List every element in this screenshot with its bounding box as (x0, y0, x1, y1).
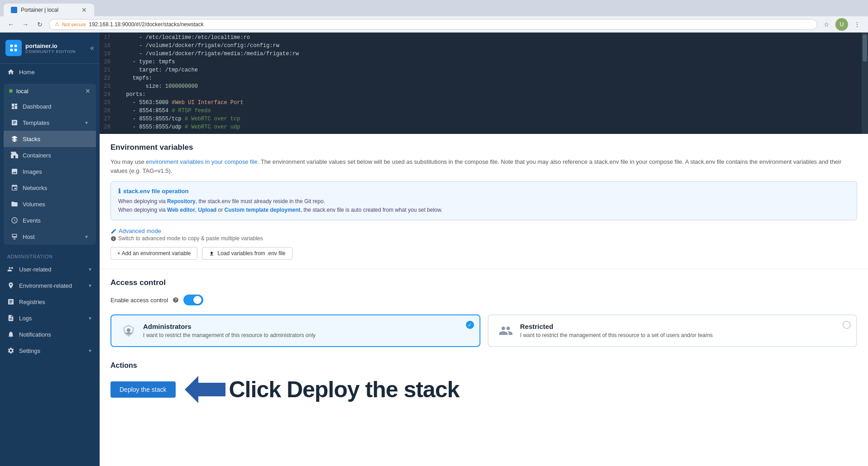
deploy-area: Deploy the stack Click Deploy the stack (110, 376, 857, 403)
code-line-21: 21 target: /tmp/cache (100, 67, 868, 75)
images-icon (11, 168, 18, 175)
images-label: Images (23, 168, 42, 175)
menu-button[interactable]: ⋮ (852, 19, 863, 30)
sidebar-header: portainer.io COMMUNITY EDITION « (0, 33, 100, 64)
line-num-25: 25 (100, 100, 116, 106)
sidebar-item-volumes[interactable]: Volumes (4, 196, 96, 212)
env-close-button[interactable]: ✕ (85, 87, 91, 95)
forward-button[interactable]: → (20, 19, 31, 30)
svg-marker-5 (185, 376, 225, 403)
env-link[interactable]: environment variables in your compose fi… (146, 158, 257, 165)
not-secure-label: Not secure (62, 22, 86, 27)
sidebar-logo: portainer.io COMMUNITY EDITION (5, 40, 76, 56)
code-editor: 17 - /etc/localtime:/etc/localtime:ro 18… (100, 33, 868, 134)
code-line-23: 23 size: 1000000000 (100, 83, 868, 91)
upload-link[interactable]: Upload (198, 207, 217, 213)
sidebar-item-notifications[interactable]: Notifications (0, 326, 100, 342)
sidebar-item-networks[interactable]: Networks (4, 180, 96, 196)
networks-label: Networks (23, 185, 47, 191)
code-line-28: 28 - 8555:8555/udp # WebRTC over udp (100, 124, 868, 132)
volumes-icon (11, 200, 18, 208)
line-num-27: 27 (100, 116, 116, 122)
restricted-card-icon (498, 323, 514, 339)
events-label: Events (23, 217, 41, 224)
sidebar-item-settings[interactable]: Settings ▼ (0, 342, 100, 359)
back-button[interactable]: ← (5, 19, 16, 30)
info-box-title: stack.env file operation (118, 187, 849, 195)
svg-rect-0 (10, 45, 13, 48)
code-line-22: 22 tmpfs: (100, 75, 868, 83)
line-content-24: ports: (116, 91, 868, 98)
env-section-title: Environment variables (110, 143, 857, 152)
sidebar-item-events[interactable]: Events (4, 212, 96, 228)
line-num-20: 20 (100, 59, 116, 65)
address-bar[interactable]: ⚠ Not secure 192.168.1.18:9000/#!/2/dock… (49, 19, 817, 30)
restricted-radio[interactable] (843, 321, 851, 329)
line-content-17: - /etc/localtime:/etc/localtime:ro (116, 34, 868, 41)
actions-title: Actions (110, 361, 857, 370)
sidebar-item-stacks[interactable]: Stacks (4, 131, 96, 147)
user-avatar[interactable]: U (835, 18, 848, 31)
line-num-28: 28 (100, 124, 116, 130)
admin-radio[interactable] (466, 321, 474, 329)
sidebar-collapse-button[interactable]: « (90, 44, 94, 52)
sidebar: portainer.io COMMUNITY EDITION « Home lo… (0, 33, 100, 466)
repository-link[interactable]: Repository (167, 198, 196, 204)
main-content: 17 - /etc/localtime:/etc/localtime:ro 18… (100, 33, 868, 466)
sidebar-item-containers[interactable]: Containers (4, 147, 96, 163)
advanced-mode-link[interactable]: Advanced mode (110, 228, 857, 234)
sidebar-item-home[interactable]: Home (0, 64, 100, 80)
line-content-20: - type: tmpfs (116, 59, 868, 65)
restricted-card-desc: I want to restrict the management of thi… (520, 332, 848, 338)
custom-template-link[interactable]: Custom template deployment (225, 207, 301, 213)
sidebar-item-logs[interactable]: Logs ▼ (0, 310, 100, 326)
sidebar-item-dashboard[interactable]: Dashboard (4, 98, 96, 114)
sidebar-item-images[interactable]: Images (4, 163, 96, 180)
tab-close-button[interactable]: ✕ (82, 6, 87, 14)
sidebar-item-environment-related[interactable]: Environment-related ▼ (0, 277, 100, 294)
sidebar-item-registries[interactable]: Registries (0, 294, 100, 310)
browser-tabs: Portainer | local ✕ (0, 0, 868, 16)
reload-button[interactable]: ↻ (34, 19, 45, 30)
admin-card-icon (120, 323, 137, 339)
line-content-26: - 8554:8554 # RTSP feeds (116, 108, 868, 114)
browser-tab[interactable]: Portainer | local ✕ (4, 4, 94, 16)
info-line-1: When deploying via Repository, the stack… (118, 197, 849, 206)
advanced-mode-section: Advanced mode Switch to advanced mode to… (110, 228, 857, 242)
line-num-22: 22 (100, 75, 116, 81)
templates-arrow-icon: ▼ (84, 120, 89, 125)
restricted-icon (499, 323, 513, 338)
editor-scrollbar[interactable] (862, 33, 868, 134)
restricted-card[interactable]: Restricted I want to restrict the manage… (488, 314, 858, 347)
code-line-18: 18 - /volume1/docker/frigate/config:/con… (100, 43, 868, 51)
notifications-label: Notifications (19, 331, 51, 338)
bookmark-button[interactable]: ☆ (821, 19, 832, 30)
sidebar-item-user-related[interactable]: User-related ▼ (0, 261, 100, 277)
home-icon (7, 68, 14, 76)
admin-card-desc: I want to restrict the management of thi… (143, 332, 470, 338)
containers-label: Containers (23, 152, 51, 159)
security-icon: ⚠ (55, 21, 59, 27)
sidebar-item-host[interactable]: Host ▼ (4, 228, 96, 245)
deploy-stack-button[interactable]: Deploy the stack (110, 381, 176, 398)
access-toggle[interactable] (183, 295, 203, 305)
line-num-17: 17 (100, 34, 116, 41)
line-content-21: target: /tmp/cache (116, 67, 868, 73)
line-num-19: 19 (100, 51, 116, 57)
add-env-variable-button[interactable]: + Add an environment variable (110, 247, 197, 260)
browser-chrome: Portainer | local ✕ ← → ↻ ⚠ Not secure 1… (0, 0, 868, 33)
admin-section-label: Administration (0, 248, 100, 261)
sidebar-item-templates[interactable]: Templates ▼ (4, 114, 96, 131)
load-env-file-button[interactable]: Load variables from .env file (202, 247, 292, 260)
sidebar-environment: local ✕ Dashboard Templates ▼ Stacks (4, 84, 96, 245)
line-num-21: 21 (100, 67, 116, 73)
line-num-18: 18 (100, 43, 116, 49)
hint-icon (110, 236, 116, 242)
upload-icon (209, 251, 215, 257)
line-content-25: - 5563:5000 #Web UI Interface Port (116, 100, 868, 106)
web-editor-link[interactable]: Web editor (167, 207, 195, 213)
dashboard-icon (11, 103, 18, 110)
administrators-card[interactable]: Administrators I want to restrict the ma… (110, 314, 480, 347)
code-line-19: 19 - /volume1/docker/frigate/media:/medi… (100, 51, 868, 59)
access-control-title: Access control (110, 278, 857, 287)
